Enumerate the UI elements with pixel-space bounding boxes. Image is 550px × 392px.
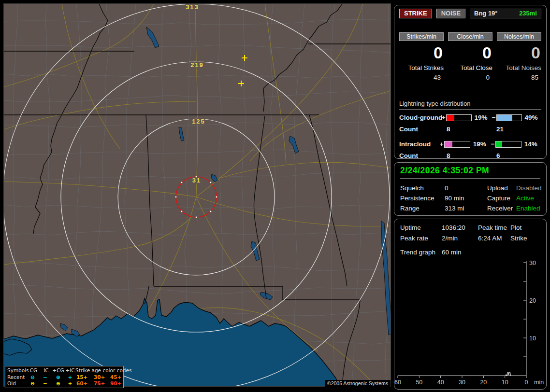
bearing-display: Bng 19° 235mi	[470, 9, 541, 18]
total-noises-label: Total Noises	[506, 64, 541, 71]
svg-text:40: 40	[437, 379, 444, 386]
svg-text:313: 313	[186, 4, 199, 11]
svg-text:50: 50	[416, 379, 422, 386]
minus-icon: −	[39, 374, 52, 381]
symbol-legend: Symbols -CG -IC +CG +IC Strike age color…	[5, 366, 124, 388]
cg-negative-bar	[496, 114, 521, 121]
persistence-label: Persistence	[400, 195, 445, 202]
copyright-text: ©2005 Astrogenic Systems	[325, 380, 391, 387]
ic-negative-count: 6	[496, 152, 500, 159]
squelch-value: 0	[445, 184, 487, 192]
squelch-label: Squelch	[400, 184, 445, 192]
plus-sign: +	[441, 114, 446, 121]
cg-negative-pct: 49%	[524, 114, 541, 121]
svg-text:31: 31	[192, 177, 201, 184]
ic-negative-pct: 14%	[523, 140, 541, 148]
intracloud-row: Intracloud + 19% − 14%	[399, 140, 541, 148]
count-label: Count	[399, 126, 447, 133]
svg-text:30: 30	[529, 260, 536, 266]
svg-text:min: min	[534, 379, 544, 386]
svg-text:20: 20	[529, 297, 536, 304]
cg-negative-count: 21	[496, 126, 504, 133]
legend-age-header: Strike age color codes	[75, 367, 125, 374]
strikes-counter: Strikes/min 0 Total Strikes 43	[399, 32, 444, 81]
legend-col-neg-ic: -IC	[39, 367, 52, 374]
app-window: 313 219 125 31 Symbols -CG -IC +CG +IC S…	[0, 0, 550, 392]
svg-text:125: 125	[192, 118, 205, 125]
svg-text:10: 10	[502, 379, 508, 386]
capture-label: Capture	[487, 195, 516, 202]
noises-per-min-button[interactable]: Noises/min	[497, 32, 541, 41]
close-rate-value: 0	[482, 44, 492, 61]
upload-label: Upload	[487, 184, 516, 192]
plus-icon: +	[65, 374, 75, 381]
intracloud-count-row: Count 8 6	[399, 152, 541, 159]
ic-positive-count: 8	[447, 152, 496, 159]
strike-mode-button[interactable]: STRIKE	[399, 9, 432, 18]
plus-sign: +	[439, 140, 444, 148]
bearing-distance: 235mi	[519, 10, 537, 17]
svg-text:10: 10	[529, 335, 536, 342]
total-noises-value: 85	[531, 74, 541, 81]
distribution-title: Lightning type distribution	[399, 100, 541, 110]
receiver-status: Enabled	[516, 205, 542, 212]
close-counter: Close/min 0 Total Close 0	[448, 32, 492, 81]
noise-mode-button[interactable]: NOISE	[436, 9, 465, 18]
current-datetime: 2/24/2026 4:35:02 PM	[400, 166, 540, 179]
upload-status: Disabled	[516, 184, 542, 192]
range-value: 313 mi	[445, 205, 487, 212]
circle-minus-icon: ⊖	[27, 380, 39, 387]
ic-negative-bar	[495, 141, 521, 148]
svg-text:20: 20	[480, 379, 487, 386]
age-code-75: 75+	[93, 380, 109, 387]
persistence-value: 90 min	[445, 195, 487, 202]
age-code-60: 60+	[75, 380, 93, 387]
legend-row-old-label: Old	[7, 380, 27, 387]
minus-sign: −	[490, 140, 495, 148]
trend-graph: 1020306050403020100min	[394, 219, 546, 389]
legend-col-pos-ic: +IC	[65, 367, 75, 374]
total-strikes-label: Total Strikes	[408, 64, 444, 71]
count-label: Count	[399, 152, 447, 159]
total-close-value: 0	[486, 74, 492, 81]
cloud-ground-label: Cloud-ground	[399, 114, 441, 121]
close-per-min-button[interactable]: Close/min	[448, 32, 492, 41]
cg-positive-bar	[446, 114, 471, 121]
strikes-per-min-button[interactable]: Strikes/min	[399, 32, 444, 41]
noises-rate-value: 0	[531, 44, 541, 61]
strike-counters-panel: STRIKE NOISE Bng 19° 235mi Strikes/min 0…	[394, 5, 547, 159]
strikes-rate-value: 0	[434, 44, 444, 61]
cg-positive-count: 8	[447, 126, 496, 133]
minus-sign: −	[491, 114, 496, 121]
age-code-45: 45+	[109, 374, 125, 381]
cg-positive-pct: 19%	[474, 114, 491, 121]
circle-plus-icon: ⊕	[52, 374, 65, 381]
cloud-ground-row: Cloud-ground + 19% − 49%	[399, 114, 541, 121]
age-code-15: 15+	[75, 374, 93, 381]
intracloud-label: Intracloud	[399, 140, 439, 148]
total-close-label: Total Close	[460, 64, 492, 71]
age-code-90: 90+	[109, 380, 125, 387]
lightning-map[interactable]: 313 219 125 31	[4, 4, 391, 386]
trend-panel: Uptime 1036:20 Peak time Plot Peak rate …	[394, 219, 547, 390]
legend-symbols-header: Symbols	[7, 367, 27, 374]
svg-text:219: 219	[190, 61, 204, 69]
minus-icon: −	[39, 380, 52, 387]
ic-positive-bar	[444, 141, 470, 148]
legend-col-neg-cg: -CG	[27, 367, 39, 374]
ic-positive-pct: 19%	[472, 140, 490, 148]
receiver-label: Receiver	[487, 205, 516, 212]
cloud-ground-count-row: Count 8 21	[399, 126, 541, 133]
plus-icon: +	[65, 380, 75, 387]
legend-col-pos-cg: +CG	[52, 367, 65, 374]
svg-text:60: 60	[394, 379, 401, 386]
legend-row-recent-label: Recent	[7, 374, 27, 381]
status-panel: 2/24/2026 4:35:02 PM Squelch 0 Upload Di…	[394, 162, 547, 216]
age-code-30: 30+	[93, 374, 109, 381]
bearing-label: Bng 19°	[474, 10, 498, 17]
map-canvas: 313 219 125 31	[4, 4, 391, 386]
noises-counter: Noises/min 0 Total Noises 85	[497, 32, 541, 81]
svg-text:0: 0	[525, 379, 528, 386]
range-label: Range	[400, 205, 445, 212]
circle-minus-icon: ⊖	[27, 374, 39, 381]
